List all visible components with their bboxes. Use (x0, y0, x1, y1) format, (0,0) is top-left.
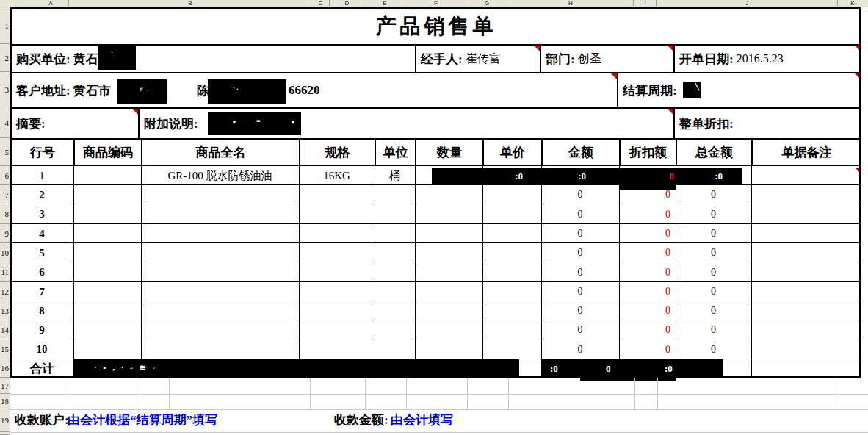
column-header-0[interactable]: 行号 (10, 138, 73, 166)
table-cell[interactable] (375, 185, 415, 204)
table-cell[interactable] (299, 243, 375, 262)
table-cell[interactable] (482, 282, 541, 301)
row-number[interactable]: 6 (0, 166, 10, 185)
table-cell[interactable] (375, 224, 415, 243)
column-header-4[interactable]: 单位 (375, 138, 415, 166)
table-cell[interactable] (415, 282, 482, 301)
column-letter[interactable]: D (330, 0, 364, 7)
column-header-10[interactable]: 单据备注 (751, 138, 861, 166)
table-cell[interactable] (751, 166, 861, 185)
title-cell[interactable]: 产品销售单 (10, 7, 861, 44)
table-cell[interactable] (751, 339, 861, 359)
column-header-6[interactable]: 单价 (482, 138, 541, 166)
table-cell[interactable] (141, 282, 299, 301)
column-letter[interactable]: H (508, 0, 634, 7)
column-header-strip[interactable]: ABCDEFGHIJK (0, 0, 868, 7)
column-letter[interactable] (10, 0, 32, 7)
table-cell[interactable] (375, 204, 415, 224)
table-cell[interactable] (751, 204, 861, 224)
column-header-1[interactable]: 商品编码 (73, 138, 141, 166)
table-cell[interactable] (415, 243, 482, 262)
table-cell[interactable] (482, 262, 541, 282)
table-cell[interactable] (73, 185, 141, 204)
table-cell[interactable] (299, 339, 375, 359)
row-number[interactable]: 15 (0, 339, 10, 359)
table-cell[interactable] (751, 185, 861, 204)
address-cell[interactable]: 客户地址: 黄石市 陈 66620 (10, 72, 617, 107)
row-number[interactable]: 4 (0, 107, 10, 138)
table-cell[interactable] (141, 185, 299, 204)
table-cell[interactable] (482, 301, 541, 320)
table-cell[interactable] (415, 185, 482, 204)
buyer-cell[interactable]: 购买单位: 黄石 (10, 44, 415, 72)
handler-cell[interactable]: 经手人: 崔传富 (415, 44, 540, 72)
column-letter[interactable]: B (70, 0, 311, 7)
row-number[interactable] (0, 432, 10, 435)
table-cell[interactable] (299, 204, 375, 224)
column-letter[interactable]: E (365, 0, 405, 7)
row-number[interactable]: 8 (0, 204, 10, 224)
table-cell[interactable] (482, 339, 541, 359)
table-cell[interactable] (375, 262, 415, 282)
table-cell[interactable] (141, 339, 299, 359)
column-header-7[interactable]: 金额 (541, 138, 619, 166)
table-cell[interactable] (751, 224, 861, 243)
row-number[interactable]: 12 (0, 282, 10, 301)
column-header-9[interactable]: 总金额 (676, 138, 751, 166)
column-letter[interactable]: G (467, 0, 507, 7)
table-cell[interactable] (141, 204, 299, 224)
table-cell[interactable] (73, 224, 141, 243)
table-cell[interactable] (482, 204, 541, 224)
row-number[interactable]: 13 (0, 301, 10, 320)
table-cell[interactable] (73, 243, 141, 262)
row-number[interactable]: 16 (0, 359, 10, 378)
table-cell[interactable] (299, 320, 375, 339)
column-header-8[interactable]: 折扣额 (619, 138, 676, 166)
table-cell[interactable] (141, 301, 299, 320)
table-cell[interactable] (751, 262, 861, 282)
table-cell[interactable] (299, 185, 375, 204)
row-number[interactable]: 7 (0, 185, 10, 204)
column-header-3[interactable]: 规格 (299, 138, 375, 166)
table-cell[interactable] (482, 224, 541, 243)
row-header-strip[interactable]: 12345678910111213141516171819 (0, 7, 10, 435)
column-letter[interactable]: A (33, 0, 69, 7)
row-number[interactable]: 19 (0, 409, 10, 432)
table-cell[interactable] (141, 224, 299, 243)
table-cell[interactable] (141, 243, 299, 262)
row-number[interactable]: 18 (0, 394, 10, 409)
table-cell[interactable] (73, 320, 141, 339)
date-cell[interactable]: 开单日期: 2016.5.23 (673, 44, 861, 72)
table-cell[interactable] (73, 204, 141, 224)
table-cell[interactable] (415, 301, 482, 320)
table-cell[interactable] (73, 301, 141, 320)
table-cell[interactable] (299, 224, 375, 243)
table-cell[interactable] (415, 339, 482, 359)
table-cell[interactable] (299, 262, 375, 282)
table-cell[interactable] (299, 301, 375, 320)
table-cell[interactable] (751, 282, 861, 301)
row-number[interactable]: 9 (0, 224, 10, 243)
column-letter[interactable]: J (657, 0, 838, 7)
row-number[interactable]: 14 (0, 320, 10, 339)
table-cell[interactable] (375, 282, 415, 301)
summary-cell[interactable]: 摘要: (10, 107, 138, 138)
table-cell[interactable] (415, 204, 482, 224)
table-cell[interactable] (415, 262, 482, 282)
table-cell[interactable] (751, 320, 861, 339)
table-cell[interactable] (375, 339, 415, 359)
table-cell[interactable] (73, 282, 141, 301)
row-number[interactable]: 3 (0, 72, 10, 107)
row-number[interactable]: 2 (0, 44, 10, 72)
table-cell[interactable] (375, 243, 415, 262)
table-cell[interactable] (482, 243, 541, 262)
column-letter[interactable]: I (634, 0, 657, 7)
column-header-2[interactable]: 商品全名 (141, 138, 299, 166)
settlement-cell[interactable]: 结算周期: (617, 72, 861, 107)
column-letter[interactable]: F (406, 0, 466, 7)
row-number[interactable]: 5 (0, 138, 10, 166)
table-cell[interactable] (751, 301, 861, 320)
table-cell[interactable] (141, 320, 299, 339)
department-cell[interactable]: 部门: 创圣 (540, 44, 673, 72)
column-letter[interactable]: C (312, 0, 330, 7)
